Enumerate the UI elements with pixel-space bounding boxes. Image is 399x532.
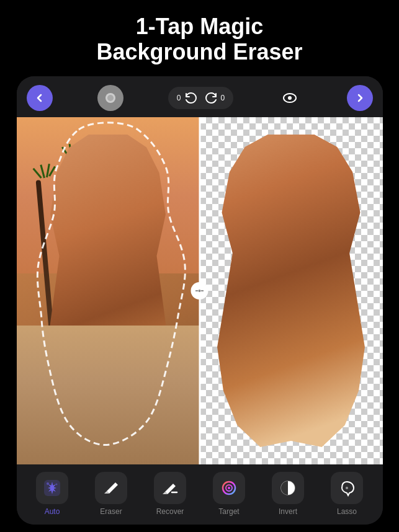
invert-icon-wrap [272,472,304,504]
tool-invert[interactable]: Invert [266,472,310,516]
photo-background-removed [200,117,383,464]
page-title: 1-Tap Magic Background Eraser [78,0,321,76]
recover-icon-wrap [154,472,186,504]
svg-point-4 [199,290,201,292]
top-toolbar: 0 0 [17,76,383,117]
back-button[interactable] [27,85,53,111]
tool-recover[interactable]: Recover [148,472,192,516]
tool-lasso[interactable]: Lasso [325,472,369,516]
target-label: Target [218,507,239,516]
undo-count: 0 [177,94,181,102]
eraser-label: Eraser [100,507,122,516]
recover-label: Recover [156,507,184,516]
svg-point-3 [288,96,292,100]
brush-button[interactable] [97,85,123,111]
canvas-divider[interactable] [199,117,200,464]
redo-button[interactable]: 0 [204,91,225,105]
svg-point-6 [47,482,49,485]
target-icon-wrap [213,472,245,504]
canvas-image [17,117,383,464]
tool-eraser[interactable]: Eraser [89,472,133,516]
redo-icon [204,91,219,105]
auto-label: Auto [45,507,60,516]
eraser-icon-wrap [95,472,127,504]
undo-icon [183,91,198,105]
lasso-icon-wrap [331,472,363,504]
lasso-label: Lasso [337,507,357,516]
forward-button[interactable] [347,85,373,111]
auto-icon-wrap [36,472,68,504]
redo-count: 0 [221,94,225,102]
invert-label: Invert [279,507,297,516]
svg-point-13 [346,487,348,489]
svg-point-7 [56,484,58,485]
eye-button[interactable] [278,86,302,110]
photo-original [17,117,200,464]
bottom-toolbar: Auto Eraser Recover [17,464,383,525]
app-card: 0 0 [17,76,383,525]
tool-auto[interactable]: Auto [30,472,74,516]
undo-button[interactable]: 0 [177,91,198,105]
undo-redo-group: 0 0 [168,87,233,109]
svg-point-11 [228,487,230,489]
svg-point-1 [107,95,114,101]
divider-handle[interactable] [191,282,208,299]
tool-target[interactable]: Target [207,472,251,516]
canvas-area[interactable] [17,117,383,464]
